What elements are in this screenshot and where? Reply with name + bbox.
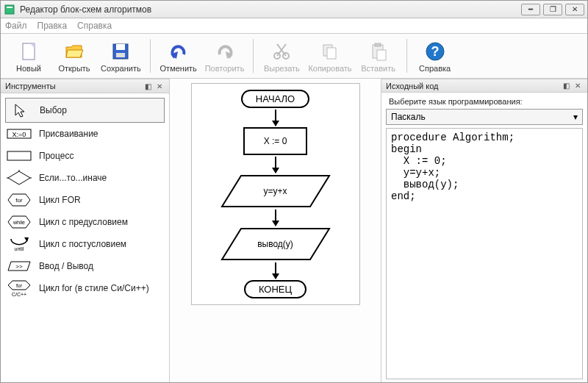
svg-rect-19 <box>377 50 386 60</box>
flow-arrow <box>275 157 276 173</box>
save-disk-icon <box>109 40 132 63</box>
open-folder-icon <box>62 40 86 63</box>
menu-help[interactable]: Справка <box>77 21 112 31</box>
tool-for-c[interactable]: forC/C++ Цикл for (в стиле Си/Си++) <box>5 277 165 299</box>
process-icon <box>7 148 32 164</box>
save-button[interactable]: Сохранить <box>98 35 144 76</box>
flow-arrow <box>275 110 276 126</box>
svg-text:>>: >> <box>15 263 23 270</box>
svg-rect-1 <box>7 7 12 8</box>
flow-assign[interactable]: X := 0 <box>243 127 308 155</box>
panel-float-icon[interactable]: ◧ <box>143 81 153 91</box>
svg-text:X:=0: X:=0 <box>12 131 26 138</box>
svg-text:for: for <box>16 283 23 288</box>
tool-while[interactable]: while Цикл с предусловием <box>5 211 165 233</box>
svg-rect-8 <box>116 53 125 57</box>
panel-close-icon[interactable]: ✕ <box>573 81 583 91</box>
language-label: Выберите язык программирования: <box>389 97 583 106</box>
tool-until[interactable]: until Цикл с постусловием <box>5 233 165 255</box>
paste-button[interactable]: Вставить <box>356 35 401 76</box>
menu-edit[interactable]: Правка <box>37 21 68 31</box>
redo-button[interactable]: Повторить <box>202 35 248 76</box>
panel-close-icon[interactable]: ✕ <box>154 81 165 91</box>
svg-text:?: ? <box>431 44 439 59</box>
svg-rect-25 <box>7 151 31 160</box>
while-loop-icon: while <box>7 214 32 230</box>
paste-icon <box>367 40 390 63</box>
code-view[interactable]: procedure Algorithm; begin X := 0; y=y+x… <box>386 128 583 379</box>
svg-rect-7 <box>116 44 125 50</box>
copy-button[interactable]: Копировать <box>305 35 354 76</box>
undo-button[interactable]: Отменить <box>157 35 201 76</box>
undo-icon <box>167 40 190 63</box>
cut-button[interactable]: Вырезать <box>259 35 304 76</box>
canvas-area[interactable]: НАЧАЛО X := 0 y=y+x вывод(y) КОНЕЦ <box>170 79 381 383</box>
titlebar: Редактор блок-схем алгоритмов ━ ❐ ✕ <box>1 1 587 18</box>
menu-file[interactable]: Файл <box>5 21 27 31</box>
tools-panel-title: Инструменты <box>5 82 56 90</box>
for-loop-icon: for <box>7 192 32 208</box>
code-panel-title: Исходный код <box>386 82 439 90</box>
svg-marker-22 <box>15 104 24 117</box>
new-button[interactable]: Новый <box>7 35 51 76</box>
decision-icon <box>7 170 32 186</box>
io-icon: >> <box>7 258 32 274</box>
window-title: Редактор блок-схем алгоритмов <box>20 4 521 15</box>
tool-io[interactable]: >> Ввод / Вывод <box>5 255 165 277</box>
new-file-icon <box>17 40 40 63</box>
tools-panel: Инструменты ◧ ✕ Выбор X:=0 Присваивание <box>1 79 170 383</box>
tool-if[interactable]: Если...то...иначе <box>5 167 165 189</box>
until-loop-icon: until <box>7 236 32 252</box>
tool-process[interactable]: Процесс <box>5 145 165 167</box>
toolbar-separator <box>150 39 151 73</box>
for-c-icon: forC/C++ <box>7 280 32 296</box>
svg-rect-18 <box>375 43 381 46</box>
svg-rect-16 <box>327 48 336 59</box>
svg-marker-5 <box>66 50 83 57</box>
toolbar-separator <box>253 39 254 73</box>
close-button[interactable]: ✕ <box>565 4 584 15</box>
chevron-down-icon: ▾ <box>573 112 578 122</box>
flow-start[interactable]: НАЧАЛО <box>241 90 309 108</box>
flow-arrow <box>275 262 276 279</box>
flow-arrow <box>275 210 276 226</box>
menubar: Файл Правка Справка <box>1 18 587 33</box>
language-select[interactable]: Паскаль ▾ <box>386 109 583 125</box>
open-button[interactable]: Открыть <box>52 35 96 76</box>
minimize-button[interactable]: ━ <box>521 4 540 15</box>
redo-icon <box>213 40 237 63</box>
svg-text:while: while <box>12 220 25 225</box>
tool-select[interactable]: Выбор <box>5 98 165 123</box>
copy-icon <box>318 40 342 63</box>
maximize-button[interactable]: ❐ <box>543 4 562 15</box>
app-icon <box>4 4 15 15</box>
flowchart: НАЧАЛО X := 0 y=y+x вывод(y) КОНЕЦ <box>191 83 360 305</box>
toolbar: Новый Открыть Сохранить Отменить Повтори… <box>1 33 587 79</box>
toolbar-separator <box>406 39 407 73</box>
flow-io1[interactable]: y=y+x <box>220 174 331 208</box>
tool-for[interactable]: for Цикл FOR <box>5 189 165 211</box>
cut-icon <box>270 40 293 63</box>
cursor-icon <box>7 102 32 118</box>
code-panel: Исходный код ◧ ✕ Выберите язык программи… <box>381 79 587 383</box>
tool-assignment[interactable]: X:=0 Присваивание <box>5 123 165 145</box>
help-button[interactable]: ? Справка <box>413 35 457 76</box>
svg-text:C/C++: C/C++ <box>12 292 26 297</box>
panel-float-icon[interactable]: ◧ <box>561 81 571 91</box>
assignment-icon: X:=0 <box>7 126 32 142</box>
flow-end[interactable]: КОНЕЦ <box>244 280 306 298</box>
help-icon: ? <box>423 40 447 63</box>
svg-text:until: until <box>15 246 24 251</box>
svg-marker-26 <box>8 171 30 185</box>
svg-text:for: for <box>15 197 23 204</box>
flow-io2[interactable]: вывод(y) <box>220 227 331 261</box>
svg-rect-0 <box>5 5 14 14</box>
